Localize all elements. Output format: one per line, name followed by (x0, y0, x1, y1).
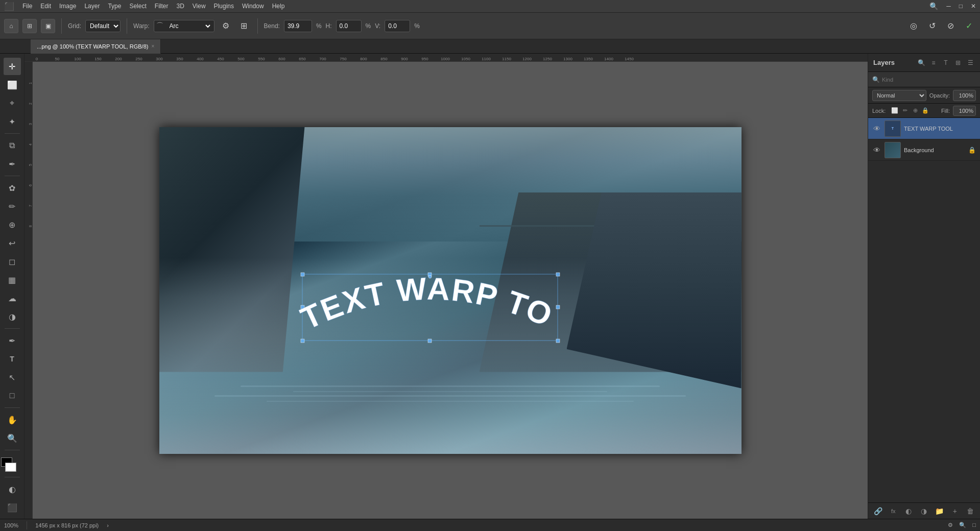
layer-mask-btn[interactable]: ◐ (903, 505, 914, 517)
burn-tool[interactable]: ◑ (4, 308, 21, 325)
canvas-area[interactable]: TEXT WARP TOOL (33, 62, 868, 519)
eraser-tool[interactable]: ◻ (4, 253, 21, 270)
canvas[interactable]: TEXT WARP TOOL (159, 127, 742, 454)
layer-new-btn[interactable]: + (949, 505, 961, 517)
color-swatch (3, 455, 21, 474)
restore-btn[interactable]: □ (959, 3, 963, 10)
type-tool[interactable]: T (4, 350, 21, 368)
shape-tool[interactable]: □ (4, 387, 21, 404)
minimize-btn[interactable]: ─ (946, 3, 951, 10)
blend-mode-row: Normal Dissolve Multiply Screen Overlay … (868, 87, 980, 104)
svg-rect-1 (301, 273, 304, 276)
lock-position-icon[interactable]: ✏ (901, 107, 909, 115)
clone-tool[interactable]: ⊕ (4, 216, 21, 233)
layer-adjustment-btn[interactable]: ◑ (918, 505, 929, 517)
path-select-tool[interactable]: ↖ (4, 369, 21, 386)
svg-text:TEXT WARP TOOL: TEXT WARP TOOL (297, 264, 558, 336)
status-sep (27, 521, 27, 529)
svg-rect-3 (301, 339, 304, 343)
status-icon-1[interactable]: ⚙ (948, 522, 953, 528)
menu-file[interactable]: File (22, 3, 32, 10)
v-input[interactable] (385, 20, 410, 32)
warp-mesh-icon[interactable]: ⊞ (237, 19, 251, 33)
menu-edit[interactable]: Edit (40, 3, 51, 10)
layers-footer: 🔗 fx ◐ ◑ 📁 + 🗑 (868, 502, 980, 519)
layers-menu-icon[interactable]: ☰ (966, 58, 975, 67)
screen-mode-btn[interactable]: ⬛ (4, 499, 21, 516)
grid-select[interactable]: Default (85, 20, 121, 32)
restore-warp-icon[interactable]: ↺ (925, 19, 939, 33)
layers-filter-icon[interactable]: ≡ (929, 58, 938, 67)
ruler-mark: 900 (394, 57, 415, 61)
search-icon[interactable]: 🔍 (929, 2, 938, 10)
menu-plugins[interactable]: Plugins (214, 3, 234, 10)
menu-window[interactable]: Window (242, 3, 264, 10)
layers-grid-icon[interactable]: ⊞ (953, 58, 963, 67)
eyedropper-tool[interactable]: ✒ (4, 155, 21, 173)
tab-close-btn[interactable]: × (151, 43, 154, 49)
layer-visibility-text[interactable]: 👁 (872, 124, 881, 133)
blend-mode-select[interactable]: Normal Dissolve Multiply Screen Overlay (872, 90, 926, 101)
layer-folder-btn[interactable]: 📁 (934, 505, 945, 517)
quick-mask-btn[interactable]: ◐ (4, 480, 21, 498)
ruler-mark: 550 (251, 57, 272, 61)
menu-type[interactable]: Type (108, 3, 121, 10)
layers-search-icon[interactable]: 🔍 (917, 58, 926, 67)
smudge-tool[interactable]: ☁ (4, 289, 21, 307)
info-expand-btn[interactable]: › (107, 522, 109, 528)
ruler-mark: 450 (210, 57, 231, 61)
layer-delete-btn[interactable]: 🗑 (965, 505, 976, 517)
warp-select[interactable]: Arc Arc Lower Arc Upper Arch Bulge Shell… (165, 20, 212, 32)
crop-tool[interactable]: ⧉ (4, 137, 21, 154)
warp-settings-icon[interactable]: ⚙ (219, 19, 233, 33)
bend-input[interactable] (284, 20, 312, 32)
zoom-tool[interactable]: 🔍 (4, 429, 21, 447)
menu-view[interactable]: View (193, 3, 206, 10)
menu-filter[interactable]: Filter (155, 3, 169, 10)
gradient-tool[interactable]: ▦ (4, 271, 21, 288)
lock-artboard-icon[interactable]: ⊕ (911, 107, 919, 115)
search-icon: 🔍 (872, 76, 880, 83)
confirm-warp-btn[interactable]: ✓ (962, 19, 976, 33)
h-input[interactable] (336, 20, 362, 32)
layer-item-background[interactable]: 👁 Background 🔒 (868, 139, 980, 161)
canvas-wrapper: 0 50 100 150 200 250 300 350 400 450 500… (25, 54, 868, 519)
pen-tool[interactable]: ✒ (4, 332, 21, 349)
options-btn1[interactable]: ⊞ (22, 19, 37, 33)
layer-thumb-bg (885, 142, 901, 158)
layers-header: Layers 🔍 ≡ T ⊞ ☰ (868, 54, 980, 72)
menu-image[interactable]: Image (59, 3, 76, 10)
options-btn2[interactable]: ▣ (41, 19, 55, 33)
menu-3d[interactable]: 3D (176, 3, 184, 10)
lasso-tool[interactable]: ⌖ (4, 94, 21, 112)
menu-help[interactable]: Help (272, 3, 285, 10)
move-tool[interactable]: ✛ (4, 58, 21, 75)
document-tab[interactable]: ...png @ 100% (TEXT WARP TOOL, RGB/8) × (31, 39, 161, 54)
menu-select[interactable]: Select (129, 3, 146, 10)
home-btn[interactable]: ⌂ (4, 19, 18, 33)
layer-visibility-bg[interactable]: 👁 (872, 146, 881, 155)
background-color[interactable] (5, 463, 16, 472)
lock-all-icon[interactable]: 🔒 (921, 107, 929, 115)
layers-search-input[interactable] (882, 77, 976, 83)
history-brush-tool[interactable]: ↩ (4, 234, 21, 252)
cancel-warp-btn[interactable]: ⊘ (943, 19, 958, 33)
spot-heal-tool[interactable]: ✿ (4, 179, 21, 197)
layers-adjust-icon[interactable]: T (941, 58, 950, 67)
brush-tool[interactable]: ✏ (4, 198, 21, 215)
status-icon-2[interactable]: 🔍 (959, 522, 966, 528)
menu-layer[interactable]: Layer (84, 3, 100, 10)
layer-fx-btn[interactable]: fx (888, 505, 899, 517)
lock-pixels-icon[interactable]: ⬜ (891, 107, 899, 115)
magic-wand-tool[interactable]: ✦ (4, 113, 21, 130)
layer-link-btn[interactable]: 🔗 (872, 505, 883, 517)
layer-item-text[interactable]: 👁 T TEXT WARP TOOL (868, 118, 980, 139)
select-rect-tool[interactable]: ⬜ (4, 76, 21, 93)
fill-input[interactable] (953, 106, 976, 116)
opacity-input[interactable] (953, 90, 976, 101)
global-angle-icon[interactable]: ◎ (906, 19, 921, 33)
close-btn[interactable]: ✕ (971, 3, 976, 10)
hand-tool[interactable]: ✋ (4, 411, 21, 428)
status-icon-3[interactable]: □ (972, 522, 976, 528)
tab-label: ...png @ 100% (TEXT WARP TOOL, RGB/8) (37, 43, 148, 50)
